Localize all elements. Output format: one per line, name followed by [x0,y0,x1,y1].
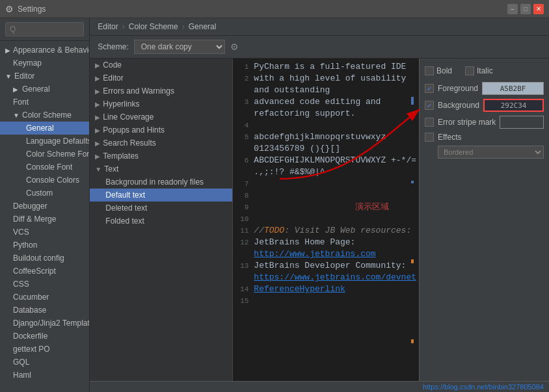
line-number: 5 [235,131,248,143]
cat-item-text[interactable]: ▼ Text [90,163,232,176]
cat-item-line-coverage[interactable]: ▶ Line Coverage [90,111,232,124]
effects-dropdown-row: Bordered [425,146,544,159]
line-number: 11 [235,225,248,237]
search-input[interactable] [5,22,84,36]
sidebar-item-haml[interactable]: Haml [0,369,89,382]
arrow-icon: ▼ [95,166,101,173]
cat-item-editor[interactable]: ▶ Editor [90,72,232,85]
code-line-3: 3 advanced code editing and refactoring … [233,96,419,120]
sidebar-item-cs-general[interactable]: General [0,122,89,135]
sidebar-item-gettext[interactable]: gettext PO [0,343,89,356]
code-content [254,120,416,131]
sidebar-item-appearance[interactable]: ▶ Appearance & Behavior [0,44,89,57]
preview-scroll[interactable]: 1 PyCharm is a full-featured IDE 2 with … [233,59,419,381]
cat-item-code[interactable]: ▶ Code [90,59,232,72]
sidebar-item-buildout[interactable]: Buildout config [0,252,89,265]
code-line-2: 2 with a high level of usability and out… [233,73,419,96]
sidebar-item-label: Diff & Merge [13,215,56,224]
bold-checkbox[interactable] [425,66,434,75]
code-line-5: 5 abcdefghijklmnopqrstuvwxyz 0123456789 … [233,131,419,155]
close-button[interactable]: ✕ [533,4,544,14]
scheme-label: Scheme: [98,42,128,51]
sidebar-item-vcs[interactable]: VCS [0,226,89,239]
background-value: 292C34 [501,101,527,110]
sidebar-item-label: Dockerfile [13,332,47,341]
sidebar-item-font[interactable]: Font [0,96,89,109]
sidebar-item-gql[interactable]: GQL [0,356,89,369]
code-line-9: 9 演示区域 [233,202,419,213]
italic-label: Italic [477,66,493,75]
arrow-icon: ▶ [95,140,100,147]
effects-checkbox[interactable] [425,133,434,142]
sidebar-item-cs-font[interactable]: Color Scheme Font [0,148,89,161]
sidebar-item-database[interactable]: Database [0,304,89,317]
sidebar-item-cucumber[interactable]: Cucumber [0,291,89,304]
bold-label: Bold [436,66,452,75]
title-bar: ⚙ Settings – □ ✕ [0,0,549,18]
sidebar-item-color-scheme[interactable]: ▼ Color Scheme [0,109,89,122]
categories-tree: ▶ Code ▶ Editor ▶ Errors and Warnings ▶ … [90,59,233,381]
sidebar-item-console-colors[interactable]: Console Colors [0,174,89,187]
code-content: PyCharm is a full-featured IDE [254,61,416,73]
error-stripe-row: Error stripe mark [425,116,544,129]
scheme-gear-icon[interactable]: ⚙ [230,42,239,52]
sidebar-item-lang-defaults[interactable]: Language Defaults [0,135,89,148]
foreground-color-box[interactable]: A5B2BF [482,82,544,95]
sidebar-item-diff-merge[interactable]: Diff & Merge [0,213,89,226]
cat-item-hyperlinks[interactable]: ▶ Hyperlinks [90,98,232,111]
cat-item-folded-text[interactable]: Folded text [90,215,232,228]
sidebar-item-css[interactable]: CSS [0,278,89,291]
demo-text: 演示区域 [254,202,416,213]
minimize-button[interactable]: – [507,4,518,14]
background-label: Background [438,101,479,110]
code-line-4: 4 [233,120,419,131]
bold-italic-row: Bold Italic [425,64,544,78]
sidebar-item-editor[interactable]: ▼ Editor [0,70,89,83]
arrow-icon: ▶ [13,86,20,93]
breadcrumb-part1: Editor [98,22,118,31]
background-color-box[interactable]: 292C34 [483,99,544,112]
sidebar-item-debugger[interactable]: Debugger [0,200,89,213]
cat-item-errors[interactable]: ▶ Errors and Warnings [90,85,232,98]
line-number: 4 [235,120,248,131]
foreground-checkbox[interactable]: ✔ [425,84,434,93]
scheme-bar: Scheme: One dark copy ⚙ [90,36,549,59]
sidebar-item-custom[interactable]: Custom [0,187,89,200]
error-stripe-checkbox[interactable] [425,118,434,127]
line-number: 2 [235,73,248,85]
sidebar-item-label: Console Colors [26,176,79,185]
sidebar-item-dockerfile[interactable]: Dockerfile [0,330,89,343]
italic-item: Italic [465,66,493,75]
cat-item-search[interactable]: ▶ Search Results [90,137,232,150]
effects-select[interactable]: Bordered [438,146,544,159]
editor-split: ▶ Code ▶ Editor ▶ Errors and Warnings ▶ … [90,59,549,381]
background-checkbox[interactable]: ✔ [425,101,434,110]
line-number: 6 [235,155,248,166]
window-controls: – □ ✕ [507,4,544,14]
sidebar-item-keymap[interactable]: Keymap [0,57,89,70]
sidebar-item-label: VCS [13,228,29,237]
sidebar-item-console-font[interactable]: Console Font [0,161,89,174]
code-line-11: 11 //TODO: Visit JB Web resources: [233,225,419,237]
sidebar-item-python[interactable]: Python [0,239,89,252]
maximize-button[interactable]: □ [520,4,531,14]
sidebar-item-django[interactable]: Django/Jinja2 Template [0,317,89,330]
code-content: ABCDEFGHIJKLMNOPQRSTUVWXYZ +-*/= .,;:!? … [254,155,416,178]
cat-item-popups[interactable]: ▶ Popups and Hints [90,124,232,137]
code-content [254,295,416,307]
arrow-icon: ▶ [95,101,100,108]
code-line-1: 1 PyCharm is a full-featured IDE [233,61,419,73]
error-stripe-color-box[interactable] [500,116,544,129]
sidebar-item-label: Color Scheme [22,111,72,120]
sidebar-item-general[interactable]: ▶ General [0,83,89,96]
cat-item-default-text[interactable]: Default text [90,189,232,202]
code-content: abcdefghijklmnopqrstuvwxyz 0123456789 ()… [254,131,416,155]
cat-item-bg-readonly[interactable]: Background in readonly files [90,176,232,189]
sidebar-item-coffeescript[interactable]: CoffeeScript [0,265,89,278]
sidebar-item-label: Color Scheme Font [26,150,89,159]
cat-item-templates[interactable]: ▶ Templates [90,150,232,163]
cat-item-deleted-text[interactable]: Deleted text [90,202,232,215]
sidebar-item-label: General [26,124,54,133]
italic-checkbox[interactable] [465,66,474,75]
scheme-select[interactable]: One dark copy [134,40,225,54]
